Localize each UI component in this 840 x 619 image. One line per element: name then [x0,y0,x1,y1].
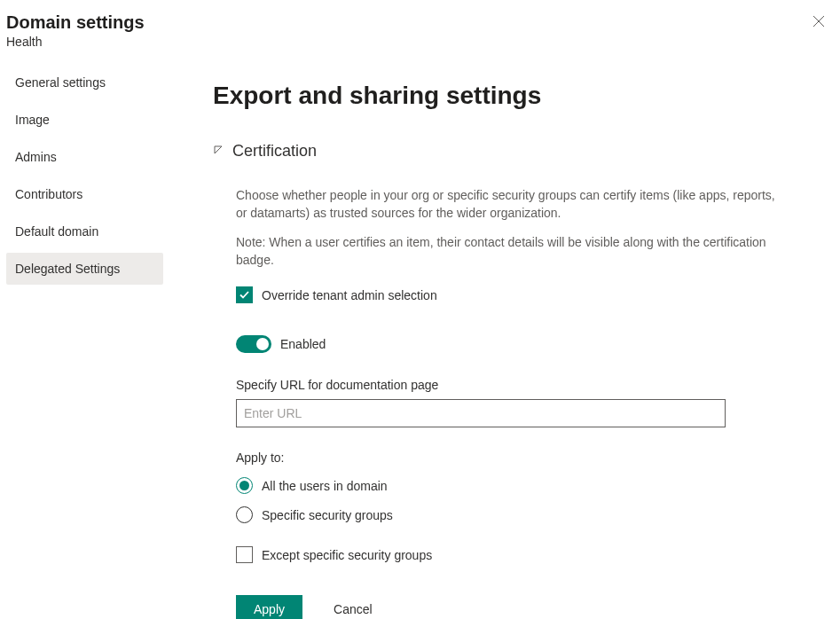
toggle-thumb [256,338,269,350]
except-checkbox[interactable] [236,546,253,563]
section-header[interactable]: Certification [213,142,776,161]
url-input[interactable] [236,399,726,427]
page-header-title: Domain settings [6,12,145,33]
radio-specific-groups-label: Specific security groups [262,508,393,522]
sidebar: General settings Image Admins Contributo… [6,67,163,290]
apply-to-label: Apply to: [236,451,776,465]
sidebar-item-default-domain[interactable]: Default domain [6,215,163,247]
page-header-subtitle: Health [6,35,145,49]
radio-all-users [236,477,253,494]
main-content: Export and sharing settings Certificatio… [213,82,776,619]
sidebar-item-general-settings[interactable]: General settings [6,67,163,98]
radio-option-specific-groups[interactable]: Specific security groups [236,506,776,523]
override-checkbox-label: Override tenant admin selection [262,288,437,302]
apply-button[interactable]: Apply [236,595,302,619]
sidebar-item-image[interactable]: Image [6,104,163,136]
sidebar-item-admins[interactable]: Admins [6,141,163,173]
radio-specific-groups [236,506,253,523]
page-title: Export and sharing settings [213,82,776,110]
radio-all-users-label: All the users in domain [262,479,388,493]
cancel-button[interactable]: Cancel [320,595,386,619]
sidebar-item-delegated-settings[interactable]: Delegated Settings [6,253,163,285]
close-button[interactable] [810,12,828,30]
section-title: Certification [232,142,317,161]
section-note: Note: When a user certifies an item, the… [213,234,776,269]
radio-option-all-users[interactable]: All the users in domain [236,477,776,494]
enabled-toggle[interactable] [236,335,271,353]
override-checkbox[interactable] [236,286,253,303]
close-icon [813,15,825,27]
section-description: Choose whether people in your org or spe… [213,187,776,222]
except-checkbox-label: Except specific security groups [262,548,432,562]
sidebar-item-contributors[interactable]: Contributors [6,178,163,210]
enabled-toggle-label: Enabled [280,337,326,351]
url-field-label: Specify URL for documentation page [236,378,776,392]
collapse-icon [213,145,224,158]
checkmark-icon [239,289,250,301]
